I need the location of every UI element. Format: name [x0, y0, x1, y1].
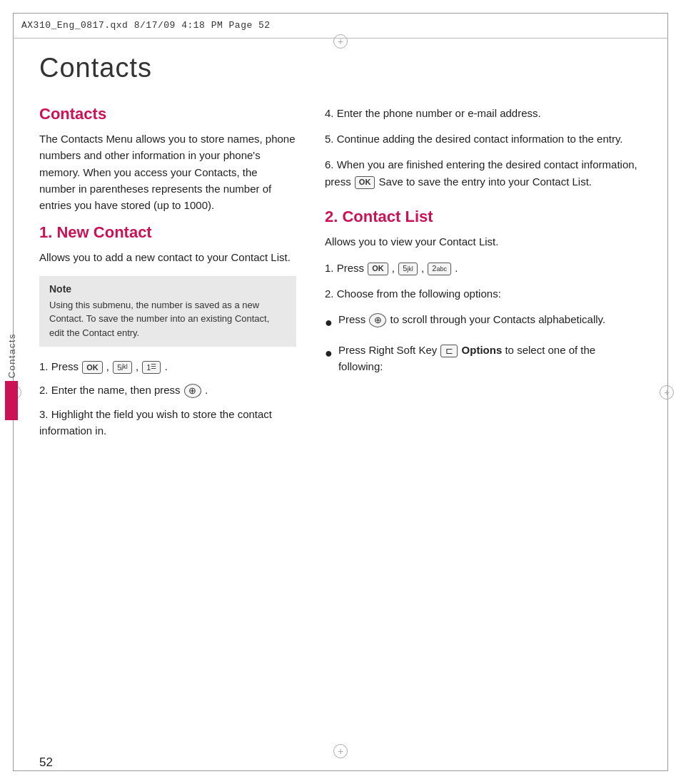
step1-text: 1. Press OK , 5jkl , 1☰ .	[39, 358, 296, 375]
options-bold: Options	[462, 344, 503, 356]
key-5jkl-1: 5jkl	[113, 361, 132, 374]
section3-body: Allows you to view your Contact List.	[325, 233, 642, 250]
bullet-dot-1: ●	[325, 313, 333, 333]
bullet-item-2: ● Press Right Soft Key ⊏ Options to sele…	[325, 342, 642, 375]
section2-heading: 1. New Contact	[39, 223, 296, 242]
section2-body: Allows you to add a new contact to your …	[39, 249, 296, 265]
key-soft-right: ⊏	[440, 345, 458, 357]
key-nav-1: ⊕	[184, 384, 201, 398]
bullet-dot-2: ●	[325, 344, 333, 364]
key-1-1: 1☰	[142, 361, 161, 374]
key-5jkl-cl: 5jkl	[398, 263, 418, 275]
header-text: AX310_Eng_0817.qxd 8/17/09 4:18 PM Page …	[21, 20, 271, 31]
cl-step1: 1. Press OK , 5jkl , 2abc .	[325, 260, 642, 277]
note-title: Note	[49, 283, 286, 295]
side-tab-container: Contacts	[5, 333, 18, 420]
cl-step2: 2. Choose from the following options:	[325, 285, 642, 302]
section1-body: The Contacts Menu allows you to store na…	[39, 131, 296, 213]
step6-text: 6. When you are finished entering the de…	[325, 156, 642, 190]
step3-text: 3. Highlight the field you wish to store…	[39, 406, 296, 439]
step4-text: 4. Enter the phone number or e-mail addr…	[325, 105, 642, 122]
side-tab-label: Contacts	[6, 333, 17, 378]
content-area: Contacts Contacts Contacts The Contacts …	[39, 39, 642, 745]
bullet-2-text: Press Right Soft Key ⊏ Options to select…	[338, 342, 642, 375]
step3-item: 3. Highlight the field you wish to store…	[39, 406, 296, 439]
reg-mark-bottom	[333, 744, 348, 758]
left-column: Contacts Contacts The Contacts Menu allo…	[39, 105, 296, 745]
step6-after: Save to save the entry into your Contact…	[379, 175, 592, 188]
section1-heading: Contacts	[39, 105, 296, 123]
key-nav-cl: ⊕	[369, 313, 386, 327]
cl-step1-before: 1. Press	[325, 262, 364, 274]
key-ok-cl: OK	[368, 263, 388, 275]
bullet-item-1: ● Press ⊕ to scroll through your Contact…	[325, 311, 642, 333]
reg-mark-right	[660, 385, 674, 399]
step1-item: 1. Press OK , 5jkl , 1☰ .	[39, 358, 296, 375]
step2-text: 2. Enter the name, then press ⊕ .	[39, 382, 296, 398]
right-column: 4. Enter the phone number or e-mail addr…	[325, 105, 642, 745]
step5-text: 5. Continue adding the desired contact i…	[325, 131, 642, 148]
page-number: 52	[39, 755, 53, 770]
note-box: Note Using this submenu, the number is s…	[39, 276, 296, 347]
key-ok-1: OK	[82, 361, 103, 374]
side-tab-red-bar	[5, 381, 18, 420]
bullet-1-text: Press ⊕ to scroll through your Contacts …	[338, 311, 605, 327]
step2-item: 2. Enter the name, then press ⊕ .	[39, 382, 296, 398]
key-ok-save: OK	[355, 176, 375, 189]
two-columns: Contacts Contacts The Contacts Menu allo…	[39, 105, 642, 745]
page-main-title: Contacts	[39, 53, 642, 83]
section3-heading: 2. Contact List	[325, 208, 642, 226]
note-body: Using this submenu, the number is saved …	[49, 298, 286, 340]
key-2abc-cl: 2abc	[428, 263, 451, 275]
